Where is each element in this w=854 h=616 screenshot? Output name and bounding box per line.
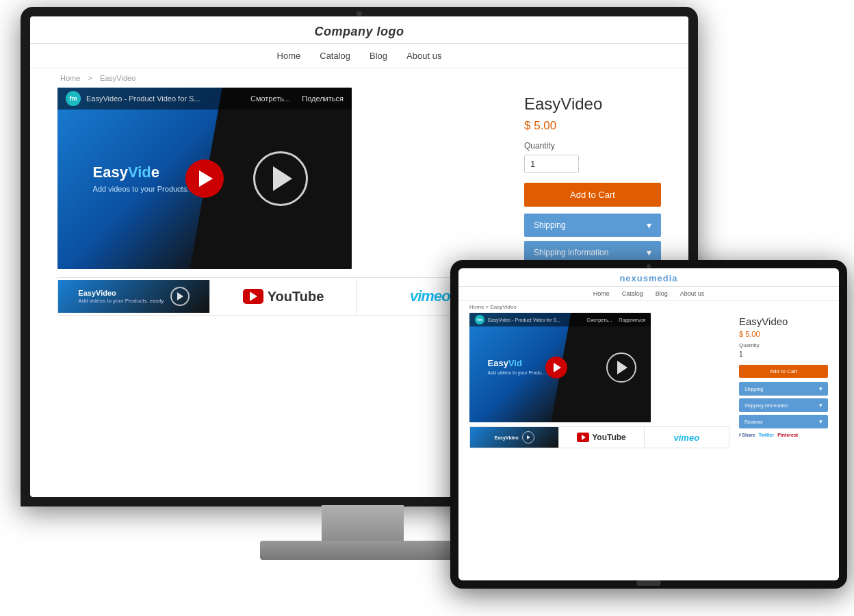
- tablet-title-2: Vid: [508, 358, 522, 368]
- tablet-screen: nexusmedia Home Catalog Blog About us Ho…: [458, 268, 839, 580]
- monitor-logos-bar: EasyVideo Add videos to your Products. e…: [57, 277, 504, 316]
- tablet-breadcrumb-current: EasyVideo: [490, 304, 516, 310]
- tablet-qty-value: 1: [739, 350, 828, 358]
- video-title-part1: Easy: [93, 163, 128, 180]
- tablet-breadcrumb-home[interactable]: Home: [469, 304, 484, 310]
- youtube-logo: YouTube: [243, 289, 324, 305]
- tablet-share-pinterest[interactable]: Pinterest: [777, 433, 798, 437]
- tablet-video-section: fm EasyVideo - Product Video for S... См…: [469, 313, 729, 448]
- monitor-nav-home[interactable]: Home: [277, 51, 301, 61]
- easyvideo-text: EasyVideo: [78, 289, 165, 298]
- tablet-yt-label: YouTube: [592, 433, 626, 442]
- video-title-part2: Vid: [128, 163, 151, 180]
- video-title-part3: e: [151, 163, 159, 180]
- tablet-product-price: $ 5.00: [739, 330, 828, 338]
- tablet-ev-logo-item: EasyVideo: [470, 427, 559, 448]
- monitor-breadcrumb: Home > EasyVideo: [30, 68, 688, 88]
- tablet-yt-logo-item[interactable]: YouTube: [559, 428, 644, 447]
- monitor-nav: Home Catalog Blog About us: [30, 44, 688, 68]
- tablet-nav-catalog[interactable]: Catalog: [622, 290, 643, 297]
- play-button-large[interactable]: [253, 151, 308, 206]
- tablet-qty-label: Quantity: [739, 342, 828, 348]
- breadcrumb-current: EasyVideo: [100, 74, 135, 82]
- tablet-ev-text: EasyVideo: [495, 435, 519, 440]
- monitor-stand-base: [260, 541, 465, 560]
- tablet-content: fm EasyVideo - Product Video for S... См…: [458, 313, 839, 448]
- tablet-overlay-title: EasyVideo - Product Video for S...: [488, 318, 560, 322]
- tablet-share-twitter[interactable]: Twitter: [759, 433, 774, 437]
- tablet-add-to-cart-button[interactable]: Add to Cart: [739, 365, 828, 378]
- video-share-label[interactable]: Поделиться: [302, 94, 344, 103]
- tablet-nav: Home Catalog Blog About us: [458, 287, 839, 301]
- tablet-video-top-bar: fm EasyVideo - Product Video for S... См…: [469, 313, 651, 326]
- tablet-vimeo-logo: vimeo: [674, 433, 700, 443]
- monitor-nav-blog[interactable]: Blog: [370, 51, 387, 61]
- monitor-camera: [357, 11, 362, 16]
- monitor-qty-input[interactable]: [524, 155, 579, 173]
- monitor-logo: Company logo: [30, 25, 688, 39]
- breadcrumb-home[interactable]: Home: [60, 74, 80, 82]
- monitor-video-section: fm EasyVideo - Product Video for S... См…: [57, 88, 504, 316]
- tablet-product-title: EasyVideo: [739, 316, 828, 327]
- easyvideo-logo-item: EasyVideo Add videos to your Products. e…: [58, 280, 210, 313]
- monitor-shipping-button[interactable]: Shipping: [524, 214, 661, 237]
- tablet-breadcrumb-separator: >: [486, 304, 489, 310]
- tablet-nav-about[interactable]: About us: [680, 290, 705, 297]
- tablet-top-actions: Смотреть... Поделиться: [586, 318, 645, 322]
- tablet-vm-logo: fm: [475, 315, 484, 324]
- youtube-play-button[interactable]: [185, 159, 224, 198]
- tablet-nav-home[interactable]: Home: [593, 290, 610, 297]
- breadcrumb-separator: >: [88, 74, 92, 82]
- tablet-watch-label[interactable]: Смотреть...: [586, 318, 612, 322]
- tablet-product-panel: EasyVideo $ 5.00 Quantity 1 Add to Cart …: [739, 313, 828, 448]
- tablet-nav-blog[interactable]: Blog: [656, 290, 668, 297]
- tablet-header: nexusmedia: [458, 268, 839, 287]
- scene: Company logo Home Catalog Blog About us …: [0, 0, 854, 616]
- tablet-device: nexusmedia Home Catalog Blog About us Ho…: [450, 260, 847, 589]
- youtube-label: YouTube: [268, 289, 324, 305]
- video-watch-label[interactable]: Смотреть...: [250, 94, 290, 103]
- monitor-header: Company logo: [30, 16, 688, 44]
- tablet-play-circle[interactable]: [606, 352, 636, 383]
- tablet-home-button[interactable]: [636, 580, 661, 586]
- tablet-share-facebook[interactable]: f Share: [739, 433, 755, 437]
- tablet-top-left: fm EasyVideo - Product Video for S...: [475, 315, 560, 324]
- tablet-yt-icon: [577, 433, 589, 442]
- monitor-video-thumb[interactable]: fm EasyVideo - Product Video for S... См…: [57, 88, 352, 269]
- tablet-reviews-button[interactable]: Reviews: [739, 415, 828, 428]
- monitor-product-price: $ 5.00: [524, 119, 661, 133]
- video-overlay-title: EasyVideo - Product Video for S...: [86, 94, 200, 103]
- tablet-title-1: Easy: [488, 358, 508, 368]
- video-top-actions: Смотреть... Поделиться: [250, 94, 344, 103]
- tablet-logo: nexusmedia: [458, 273, 839, 283]
- video-top-left: fm EasyVideo - Product Video for S...: [66, 91, 200, 106]
- tablet-video-thumb[interactable]: fm EasyVideo - Product Video for S... См…: [469, 313, 651, 422]
- monitor-nav-about[interactable]: About us: [406, 51, 441, 61]
- easyvideo-logo-text: EasyVideo Add videos to your Products. e…: [78, 289, 165, 304]
- tablet-breadcrumb: Home > EasyVideo: [458, 301, 839, 313]
- tablet-shipping-button[interactable]: Shipping: [739, 382, 828, 396]
- vimeo-logo: vimeo: [410, 287, 450, 305]
- easyvideo-sub: Add videos to your Products. easily.: [78, 298, 165, 304]
- monitor-product-title: EasyVideo: [524, 94, 661, 114]
- tablet-share-label[interactable]: Поделиться: [619, 318, 645, 322]
- tablet-youtube-play[interactable]: [545, 357, 567, 378]
- youtube-logo-item[interactable]: YouTube: [210, 279, 357, 314]
- youtube-icon: [243, 289, 263, 304]
- monitor-add-to-cart-button[interactable]: Add to Cart: [524, 183, 661, 207]
- tablet-yt-logo: YouTube: [577, 433, 626, 442]
- tablet-social-share: f Share Twitter Pinterest: [739, 433, 828, 437]
- monitor-qty-label: Quantity: [524, 141, 661, 151]
- tablet-shipping-info-button[interactable]: Shipping information: [739, 398, 828, 412]
- tablet-logos-bar: EasyVideo YouTube vimeo: [469, 426, 729, 448]
- tablet-ev-play: [522, 431, 534, 444]
- tablet-vimeo-logo-item[interactable]: vimeo: [645, 428, 729, 448]
- monitor-nav-catalog[interactable]: Catalog: [320, 51, 350, 61]
- video-top-bar: fm EasyVideo - Product Video for S... См…: [57, 88, 352, 110]
- vm-logo: fm: [66, 91, 81, 106]
- easyvideo-play-icon: [170, 287, 190, 306]
- monitor-stand-neck: [322, 505, 404, 546]
